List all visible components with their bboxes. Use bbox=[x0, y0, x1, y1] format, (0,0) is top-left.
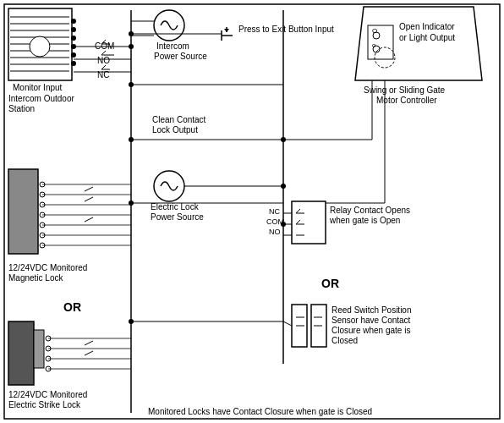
svg-point-107 bbox=[281, 184, 286, 189]
relay-contact-label: Relay Contact Opens bbox=[330, 206, 410, 215]
svg-point-11 bbox=[30, 36, 50, 57]
intercom-outdoor-label2: Station bbox=[8, 104, 35, 113]
svg-line-94 bbox=[283, 321, 292, 326]
svg-point-16 bbox=[71, 52, 76, 58]
svg-point-103 bbox=[281, 137, 286, 142]
svg-marker-22 bbox=[224, 29, 229, 32]
reed-switch-label: Reed Switch Position bbox=[331, 305, 412, 315]
intercom-power-label: Intercom bbox=[156, 41, 189, 51]
svg-rect-67 bbox=[34, 330, 44, 368]
magnetic-lock-label: 12/24VDC Monitored bbox=[8, 263, 87, 272]
svg-line-76 bbox=[85, 341, 93, 345]
svg-point-108 bbox=[129, 44, 134, 49]
svg-rect-66 bbox=[8, 321, 34, 385]
electric-lock-power-label2: Power Source bbox=[151, 212, 204, 222]
relay-nc-label: NC bbox=[269, 207, 280, 216]
svg-point-17 bbox=[71, 61, 76, 66]
svg-point-13 bbox=[71, 27, 76, 32]
wiring-diagram: Monitor Input Intercom Outdoor Station I… bbox=[0, 0, 504, 423]
swing-sliding-label: Swing or Sliding Gate bbox=[364, 85, 446, 95]
svg-line-77 bbox=[85, 351, 93, 355]
svg-point-14 bbox=[71, 36, 76, 41]
svg-rect-48 bbox=[8, 169, 38, 254]
swing-sliding-label2: Motor Controller bbox=[376, 96, 437, 105]
clean-contact-label: Clean Contact bbox=[152, 115, 206, 124]
svg-line-34 bbox=[101, 65, 106, 69]
monitor-input-label: Monitor Input bbox=[13, 83, 63, 92]
svg-line-29 bbox=[101, 51, 106, 55]
reed-switch-label2: Sensor have Contact bbox=[331, 316, 411, 325]
svg-point-41 bbox=[129, 82, 134, 87]
intercom-power-label2: Power Source bbox=[154, 52, 207, 61]
electric-strike-label: 12/24VDC Monitored bbox=[8, 390, 87, 399]
svg-point-47 bbox=[129, 319, 134, 324]
magnetic-lock-label2: Magnetic Lock bbox=[8, 273, 63, 283]
no-label: NO bbox=[97, 56, 110, 65]
open-indicator-label: Open Indicator bbox=[399, 22, 455, 31]
reed-switch-label3: Closure when gate is bbox=[331, 326, 410, 335]
svg-line-65 bbox=[85, 217, 93, 222]
open-indicator-label2: or Light Output bbox=[399, 33, 455, 42]
svg-point-12 bbox=[71, 19, 76, 24]
electric-lock-power-label: Electric Lock bbox=[151, 202, 200, 212]
bottom-label: Monitored Locks have Contact Closure whe… bbox=[148, 407, 372, 416]
svg-point-87 bbox=[281, 222, 286, 227]
reed-switch-label4: Closed bbox=[331, 336, 358, 345]
svg-text:O: O bbox=[372, 27, 377, 35]
relay-no-label: NO bbox=[269, 228, 281, 236]
svg-point-38 bbox=[129, 31, 134, 36]
clean-contact-label2: Lock Output bbox=[152, 125, 198, 135]
or-label-top: OR bbox=[63, 300, 81, 314]
svg-rect-78 bbox=[292, 201, 326, 244]
svg-point-43 bbox=[129, 137, 134, 142]
electric-strike-label2: Electric Strike Lock bbox=[8, 400, 81, 409]
or-label-bottom: OR bbox=[321, 277, 339, 290]
intercom-outdoor-label: Intercom Outdoor bbox=[8, 94, 74, 103]
svg-line-63 bbox=[85, 187, 93, 191]
svg-text:o: o bbox=[372, 41, 376, 49]
relay-contact-label2: when gate is Open bbox=[329, 216, 400, 225]
press-exit-label: Press to Exit Button Input bbox=[238, 25, 334, 34]
svg-line-64 bbox=[85, 197, 93, 201]
